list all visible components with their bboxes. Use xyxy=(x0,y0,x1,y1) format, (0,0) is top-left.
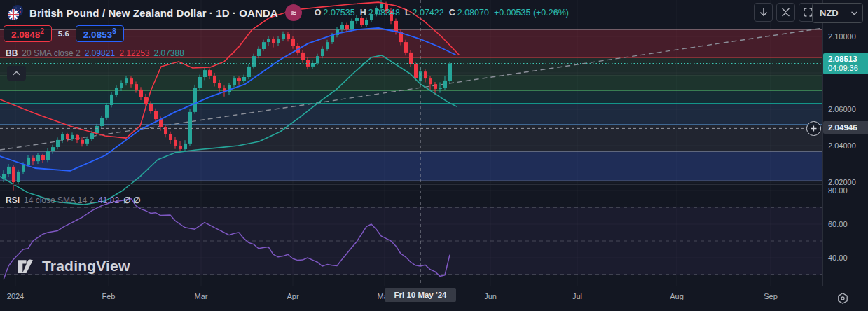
tradingview-logo-text: TradingView xyxy=(42,258,130,275)
low-label: L xyxy=(405,8,411,18)
tradingview-logo[interactable]: TradingView xyxy=(18,258,130,275)
rsi-value: 41.82 xyxy=(98,195,119,205)
chevron-down-icon xyxy=(851,11,857,15)
open-value: 2.07535 xyxy=(323,8,354,18)
time-axis-label: Sep xyxy=(764,292,778,300)
rsi-axis-tick: 80.00 xyxy=(828,186,848,195)
chart-canvas[interactable] xyxy=(0,0,822,286)
bb-params: 20 SMA close 2 xyxy=(22,48,80,58)
scroll-down-button[interactable] xyxy=(754,3,773,22)
plus-icon xyxy=(811,125,817,132)
price-axis-tick: 2.02000 xyxy=(828,178,856,186)
bid-price: 2.0848 xyxy=(11,29,40,40)
price-axis[interactable]: 2.08513 04:09:36 2.04946 2.100002.060002… xyxy=(823,0,868,286)
rsi-axis-tick: 60.00 xyxy=(828,220,848,228)
collapse-pane-button[interactable] xyxy=(776,3,795,22)
time-axis-label: Jun xyxy=(484,292,497,300)
rsi-name: RSI xyxy=(6,195,20,205)
ohlc-values: O 2.07535 H 2.08348 L 2.07422 C 2.08070 … xyxy=(315,8,569,18)
bb-name: BB xyxy=(6,48,18,58)
bb-basis-value: 2.09821 xyxy=(85,48,115,58)
hexagon-settings-icon xyxy=(836,292,849,305)
oanda-logo-icon: ≈ xyxy=(285,4,302,21)
time-axis-label: Mar xyxy=(195,292,208,300)
close-value: 2.08070 xyxy=(457,8,489,18)
rsi-axis-tick: 40.00 xyxy=(828,254,848,262)
buy-ask-button[interactable]: 2.08538 xyxy=(76,25,124,42)
arrow-down-icon xyxy=(759,8,768,17)
time-axis-label: Jul xyxy=(572,292,582,300)
crosshair-price-label: 2.04946 xyxy=(823,121,868,134)
pane-separator[interactable] xyxy=(0,184,868,185)
time-axis-label: 2024 xyxy=(7,292,24,300)
current-price-value: 2.08513 xyxy=(828,55,868,64)
tradingview-chart-window: British Pound / New Zealand Dollar · 1D … xyxy=(0,0,868,311)
time-axis-label: Feb xyxy=(102,292,116,300)
currency-dropdown[interactable]: NZD xyxy=(812,3,863,23)
high-label: H xyxy=(360,8,366,18)
symbol-title[interactable]: British Pound / New Zealand Dollar · 1D … xyxy=(29,7,278,19)
pane-button-group xyxy=(754,3,818,22)
bb-upper-value: 2.12253 xyxy=(119,48,149,58)
rsi-ma-values: ∅ ∅ xyxy=(123,195,140,205)
chart-plot-area[interactable] xyxy=(0,0,822,286)
open-label: O xyxy=(315,8,322,18)
collapse-chevrons-icon xyxy=(781,8,790,17)
time-axis-label: Aug xyxy=(670,292,684,300)
sell-bid-button[interactable]: 2.08482 xyxy=(4,25,52,42)
header-row: British Pound / New Zealand Dollar · 1D … xyxy=(7,4,569,21)
bb-lower-value: 2.07388 xyxy=(154,48,184,58)
low-value: 2.07422 xyxy=(413,8,444,18)
bar-countdown: 04:09:36 xyxy=(828,64,868,73)
legend-collapse-button[interactable] xyxy=(7,66,26,81)
bb-indicator-legend[interactable]: BB 20 SMA close 2 2.09821 2.12253 2.0738… xyxy=(6,48,184,58)
bid-ask-row: 2.08482 5.6 2.08538 xyxy=(4,25,124,42)
change-value: +0.00535 (+0.26%) xyxy=(494,8,569,18)
current-price-label: 2.08513 04:09:36 xyxy=(823,53,868,74)
time-axis-label: Apr xyxy=(287,292,298,300)
chevron-up-icon xyxy=(13,71,20,76)
ask-price-sup: 8 xyxy=(112,27,116,35)
spread-value: 5.6 xyxy=(58,29,69,38)
currency-value: NZD xyxy=(820,8,839,18)
price-axis-tick: 2.10000 xyxy=(828,32,856,41)
rsi-params: 14 close SMA 14 2 xyxy=(24,195,94,205)
currency-pair-flag-icon xyxy=(7,4,24,21)
rsi-indicator-legend[interactable]: RSI 14 close SMA 14 2 41.82 ∅ ∅ xyxy=(6,195,140,205)
bid-price-sup: 2 xyxy=(40,27,44,35)
high-value: 2.08348 xyxy=(368,8,400,18)
crosshair-date-label: Fri 10 May '24 xyxy=(385,288,456,302)
timezone-settings-button[interactable] xyxy=(835,291,850,306)
ask-price: 2.0853 xyxy=(83,29,112,40)
price-axis-tick: 2.04000 xyxy=(828,141,856,150)
time-axis[interactable]: Fri 10 May '24 2024FebMarAprMayJunJulAug… xyxy=(0,286,868,311)
tradingview-logo-icon xyxy=(18,258,36,275)
price-axis-tick: 2.06000 xyxy=(828,105,856,113)
close-label: C xyxy=(449,8,455,18)
